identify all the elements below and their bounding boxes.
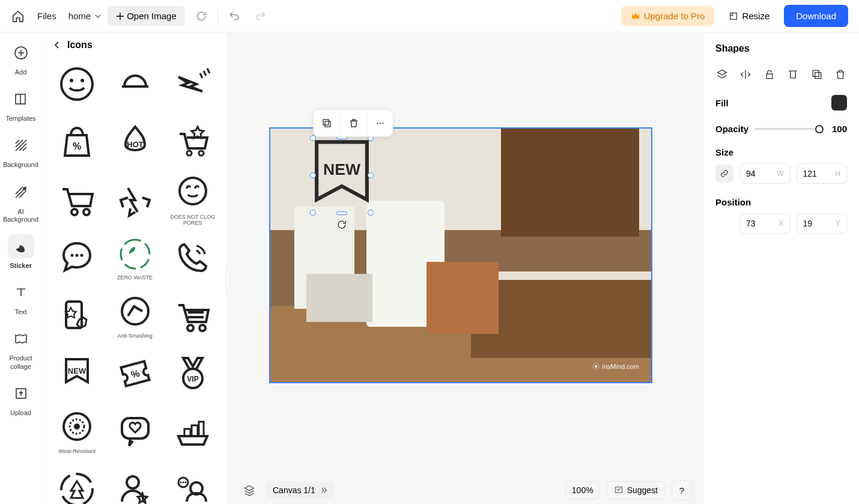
y-suffix: Y	[836, 219, 840, 228]
upgrade-button[interactable]: Upgrade to Pro	[621, 6, 715, 26]
tool-label: Background	[3, 161, 38, 169]
copy-button[interactable]	[810, 67, 824, 82]
fill-swatch[interactable]	[831, 95, 847, 111]
svg-rect-51	[323, 120, 329, 125]
breadcrumb[interactable]: home	[68, 11, 102, 21]
svg-point-5	[61, 68, 93, 100]
cart-filled-icon[interactable]	[166, 289, 219, 342]
duplicate-icon	[321, 118, 332, 129]
canvas-label: Canvas 1/1	[273, 485, 315, 495]
layers-button[interactable]	[239, 480, 260, 500]
support-agent-icon[interactable]	[166, 463, 219, 504]
copy-icon	[811, 68, 823, 80]
svg-text:%: %	[130, 368, 141, 380]
svg-point-11	[199, 151, 204, 156]
files-link[interactable]: Files	[31, 7, 62, 25]
mobile-touch-icon[interactable]	[50, 289, 103, 342]
lock-button[interactable]	[763, 67, 776, 82]
svg-point-16	[76, 254, 79, 257]
phone-call-icon[interactable]	[166, 231, 219, 284]
position-label: Position	[715, 197, 847, 207]
svg-rect-52	[325, 121, 330, 127]
resize-handle-br[interactable]	[368, 210, 374, 216]
resize-handle-bottom[interactable]	[336, 211, 347, 215]
tool-ai-background[interactable]: AI Background	[3, 180, 38, 223]
cart-star-icon[interactable]	[166, 115, 219, 168]
align-button[interactable]	[787, 67, 800, 82]
undo-button[interactable]	[224, 6, 244, 26]
zero-waste-icon[interactable]: ZERO WASTE	[108, 231, 161, 284]
canvas-indicator[interactable]: Canvas 1/1	[266, 482, 335, 499]
delete-button[interactable]	[340, 110, 366, 136]
tool-add[interactable]: Add	[8, 41, 34, 76]
wear-resistant-icon[interactable]: Wear-Resistant	[50, 405, 103, 458]
tool-product-collage[interactable]: Product collage	[8, 327, 34, 370]
tool-label: Text	[14, 308, 26, 316]
arrange-button[interactable]	[715, 67, 729, 82]
home-icon[interactable]	[11, 9, 25, 23]
emoji-icon[interactable]	[50, 58, 103, 111]
background-icon	[14, 138, 28, 153]
svg-rect-58	[813, 70, 819, 76]
opacity-slider[interactable]	[754, 128, 819, 130]
icons-panel: Icons %HOTDOES NOT CLOG PORESZERO WASTEA…	[42, 32, 228, 504]
upload-icon	[14, 386, 28, 401]
selected-sticker[interactable]: NEW	[313, 138, 371, 213]
new-banner-icon[interactable]: NEW	[50, 347, 103, 400]
upper-cabinets	[501, 129, 639, 237]
resize-handle-bl[interactable]	[310, 210, 316, 216]
resize-label: Resize	[742, 11, 769, 21]
pos-y-value: 19	[803, 219, 813, 228]
trash-button[interactable]	[834, 67, 848, 82]
svg-text:VIP: VIP	[187, 375, 198, 383]
open-image-button[interactable]: Open Image	[108, 6, 185, 26]
resize-button[interactable]: Resize	[720, 6, 778, 26]
back-chevron-icon[interactable]	[53, 41, 61, 49]
chat-bubble-icon[interactable]	[50, 231, 103, 284]
user-star-icon[interactable]	[108, 463, 161, 504]
download-button[interactable]: Download	[784, 5, 848, 27]
hot-flame-icon[interactable]: HOT	[108, 115, 161, 168]
open-image-label: Open Image	[127, 11, 177, 21]
vip-medal-icon[interactable]: VIP	[166, 347, 219, 400]
svg-point-15	[71, 254, 74, 257]
pos-x-input[interactable]: 73X	[739, 213, 791, 234]
more-button[interactable]	[366, 110, 393, 136]
zoom-indicator[interactable]: 100%	[565, 481, 600, 499]
flip-button[interactable]	[739, 67, 753, 82]
pos-y-input[interactable]: 19Y	[797, 213, 848, 234]
speed-icon[interactable]	[166, 58, 219, 111]
rotate-handle[interactable]	[336, 219, 348, 231]
svg-point-12	[71, 209, 77, 215]
stack-icon	[716, 68, 728, 80]
canvas-area[interactable]: insMind.com NEW	[228, 32, 703, 504]
no-clog-pores-icon[interactable]: DOES NOT CLOG PORES	[166, 174, 219, 226]
tool-background[interactable]: Background	[3, 133, 38, 169]
height-input[interactable]: 121H	[797, 163, 848, 184]
slider-thumb[interactable]	[815, 125, 824, 133]
resize-handle-mr[interactable]	[368, 172, 374, 178]
sync-icon[interactable]	[191, 6, 211, 26]
redo-button[interactable]	[250, 6, 271, 26]
tray-icon[interactable]	[108, 58, 161, 111]
bag-percent-icon[interactable]: %	[50, 115, 103, 168]
resize-handle-ml[interactable]	[310, 172, 316, 178]
link-dimensions-button[interactable]	[715, 165, 733, 183]
width-input[interactable]: 94W	[739, 163, 791, 184]
resize-icon	[729, 11, 738, 21]
cart-icon[interactable]	[50, 174, 103, 226]
tool-text[interactable]: Text	[8, 281, 34, 316]
recycle-energy-icon[interactable]	[108, 174, 161, 226]
ticket-percent-icon[interactable]: %	[108, 347, 161, 400]
tool-templates[interactable]: Templates	[5, 87, 35, 123]
suggest-button[interactable]: Suggest	[606, 481, 666, 499]
cargo-ship-icon[interactable]	[166, 405, 219, 458]
tool-upload[interactable]: Upload	[8, 381, 34, 417]
anti-smashing-icon[interactable]: Anti-Smashing	[108, 289, 161, 342]
help-button[interactable]: ?	[672, 480, 692, 500]
tree-recycle-icon[interactable]	[50, 463, 103, 504]
duplicate-button[interactable]	[314, 110, 340, 136]
next-canvas-icon	[320, 487, 327, 494]
tool-sticker[interactable]: Sticker	[8, 234, 34, 270]
heart-chat-icon[interactable]	[108, 405, 161, 458]
